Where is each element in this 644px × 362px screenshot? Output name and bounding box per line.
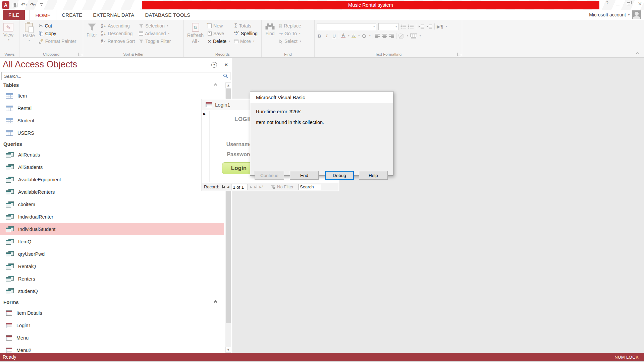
previous-record-button[interactable]: ◀ bbox=[227, 185, 229, 189]
sidebar-item-form[interactable]: Login1 bbox=[0, 319, 224, 331]
more-button[interactable]: More ▾ bbox=[233, 38, 259, 45]
sidebar-item-form[interactable]: Item Details bbox=[0, 307, 224, 319]
debug-button[interactable]: Debug bbox=[325, 171, 354, 180]
format-painter-button[interactable]: Format Painter bbox=[38, 38, 78, 45]
group-header-forms[interactable]: Forms bbox=[0, 297, 224, 307]
align-center-icon[interactable] bbox=[382, 34, 387, 38]
alternate-row-color-icon[interactable] bbox=[410, 34, 417, 39]
paste-button[interactable]: Paste ▾ bbox=[21, 22, 36, 51]
advanced-button[interactable]: Advanced ▾ bbox=[138, 30, 172, 37]
sidebar-item-query[interactable]: cboitem bbox=[0, 198, 224, 210]
search-input[interactable] bbox=[1, 72, 230, 80]
increase-indent-icon[interactable] bbox=[418, 24, 424, 28]
gridlines-icon[interactable] bbox=[398, 34, 405, 39]
account-avatar[interactable] bbox=[632, 10, 641, 19]
save-button[interactable] bbox=[13, 3, 17, 7]
replace-button[interactable]: abac Replace bbox=[278, 22, 303, 29]
last-record-button[interactable]: ▶ bbox=[254, 185, 257, 189]
collapse-group-icon[interactable] bbox=[214, 83, 217, 87]
clipboard-dialog-launcher-icon[interactable] bbox=[78, 53, 82, 56]
sidebar-item-query[interactable]: RentalQ bbox=[0, 260, 224, 273]
chevron-down-icon[interactable]: ▾ bbox=[25, 4, 27, 6]
sidebar-item-form[interactable]: Menu bbox=[0, 331, 224, 344]
collapse-ribbon-icon[interactable] bbox=[636, 53, 639, 55]
remove-sort-button[interactable]: AZ× Remove Sort bbox=[100, 38, 136, 45]
account-area[interactable]: Microsoft account ▾ bbox=[589, 10, 641, 19]
sidebar-item-query[interactable]: IndividualRenter bbox=[0, 210, 224, 223]
record-search-input[interactable] bbox=[298, 184, 321, 190]
tab-home[interactable]: HOME bbox=[30, 10, 56, 20]
totals-button[interactable]: Σ Totals bbox=[233, 22, 259, 29]
tab-database-tools[interactable]: DATABASE TOOLS bbox=[140, 10, 196, 20]
spelling-button[interactable]: ABC✓ Spelling bbox=[233, 30, 259, 37]
tab-external-data[interactable]: EXTERNAL DATA bbox=[88, 10, 140, 20]
sidebar-item-query-selected[interactable]: IndividualStudent bbox=[0, 223, 224, 235]
sidebar-item-query[interactable]: studentQ bbox=[0, 285, 224, 297]
selection-button[interactable]: Selection ▾ bbox=[138, 22, 172, 29]
continue-button[interactable]: Continue bbox=[255, 171, 284, 180]
view-button[interactable]: ✎ View ▾ bbox=[2, 22, 15, 51]
restore-icon[interactable] bbox=[627, 2, 630, 5]
sidebar-item-query[interactable]: AvailableRenters bbox=[0, 186, 224, 198]
sidebar-item-table[interactable]: Student bbox=[0, 114, 224, 127]
sidebar-item-query[interactable]: AllRentals bbox=[0, 148, 224, 161]
shutter-close-icon[interactable]: « bbox=[225, 61, 228, 68]
sidebar-item-query[interactable]: ItemQ bbox=[0, 235, 224, 248]
font-name-combo[interactable]: ▾ bbox=[317, 23, 376, 30]
close-icon[interactable]: × bbox=[638, 1, 642, 6]
italic-button[interactable]: I bbox=[324, 33, 329, 39]
record-position-box[interactable]: 1 of 1 bbox=[231, 184, 248, 190]
tab-create[interactable]: CREATE bbox=[56, 10, 88, 20]
sidebar-item-query[interactable]: AvailableEquipment bbox=[0, 173, 224, 186]
save-record-button[interactable]: Save bbox=[206, 30, 231, 37]
access-app-icon[interactable]: A bbox=[2, 1, 9, 9]
align-right-icon[interactable] bbox=[389, 34, 394, 38]
underline-button[interactable]: U bbox=[331, 34, 337, 39]
highlight-color-icon[interactable]: ab bbox=[352, 34, 356, 38]
find-button[interactable]: Find bbox=[264, 22, 276, 51]
group-header-queries[interactable]: Queries bbox=[0, 139, 224, 148]
numbering-icon[interactable] bbox=[408, 24, 414, 29]
nav-pane-menu-icon[interactable]: ▾ bbox=[211, 62, 217, 68]
text-formatting-dialog-launcher-icon[interactable] bbox=[457, 53, 461, 56]
fill-color-icon[interactable] bbox=[362, 34, 367, 38]
ascending-button[interactable]: AZ↓ Ascending bbox=[100, 22, 136, 29]
no-filter-indicator[interactable]: No Filter bbox=[270, 184, 293, 189]
sidebar-item-table[interactable]: USERS bbox=[0, 127, 224, 139]
refresh-all-button[interactable]: ↻ Refresh All▾ bbox=[186, 22, 205, 51]
new-blank-record-button[interactable]: ▶* bbox=[259, 185, 263, 189]
help-button[interactable]: Help bbox=[359, 171, 388, 180]
new-record-button[interactable]: New bbox=[206, 22, 231, 29]
customize-qat-button[interactable]: ▾ bbox=[40, 3, 44, 7]
bold-button[interactable]: B bbox=[317, 34, 322, 39]
align-left-icon[interactable] bbox=[375, 34, 380, 38]
redo-button[interactable]: ↷▾ bbox=[30, 2, 36, 8]
sidebar-item-query[interactable]: qryUserPwd bbox=[0, 248, 224, 260]
sidebar-item-query[interactable]: AllStudents bbox=[0, 161, 224, 173]
cut-button[interactable]: ✂ Cut bbox=[38, 22, 78, 29]
chevron-down-icon[interactable]: ▾ bbox=[35, 4, 36, 6]
text-direction-icon[interactable]: ▶¶ bbox=[437, 24, 443, 29]
bullets-icon[interactable] bbox=[400, 24, 406, 29]
next-record-button[interactable]: ▶ bbox=[250, 185, 252, 189]
scrollbar-down-icon[interactable]: ▼ bbox=[225, 347, 231, 353]
group-header-tables[interactable]: Tables bbox=[0, 80, 224, 89]
font-size-combo[interactable]: ▾ bbox=[378, 23, 398, 30]
decrease-indent-icon[interactable] bbox=[426, 24, 432, 28]
go-to-button[interactable]: → Go To ▾ bbox=[278, 30, 303, 37]
dialog-titlebar[interactable]: Microsoft Visual Basic bbox=[250, 92, 393, 103]
minimize-icon[interactable] bbox=[616, 5, 620, 5]
sidebar-item-table[interactable]: Item bbox=[0, 89, 224, 102]
end-button[interactable]: End bbox=[290, 171, 319, 180]
scrollbar-up-icon[interactable]: ▲ bbox=[225, 82, 231, 88]
collapse-group-icon[interactable] bbox=[214, 301, 217, 304]
delete-button[interactable]: ✕ Delete ▾ bbox=[206, 38, 231, 45]
select-button[interactable]: Select ▾ bbox=[278, 38, 303, 45]
font-color-icon[interactable]: A bbox=[341, 34, 345, 38]
sidebar-item-table[interactable]: Rental bbox=[0, 102, 224, 114]
first-record-button[interactable]: ◀ bbox=[222, 185, 225, 189]
tab-file[interactable]: FILE bbox=[3, 10, 25, 20]
help-icon[interactable]: ? bbox=[606, 1, 608, 6]
undo-button[interactable]: ↶▾ bbox=[21, 2, 27, 8]
sidebar-item-query[interactable]: Renters bbox=[0, 273, 224, 285]
